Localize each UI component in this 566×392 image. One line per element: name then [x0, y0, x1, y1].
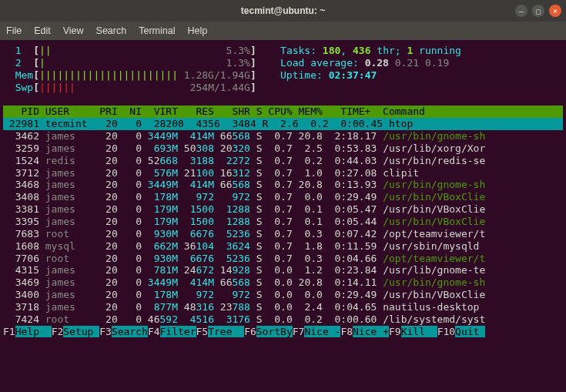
window-title: tecmint@ubuntu: ~ — [241, 5, 325, 16]
menubar: File Edit View Search Terminal Help — [0, 22, 566, 40]
process-row[interactable]: 3469 james 20 0 3449M 414M 66568 S 0.0 2… — [3, 276, 563, 289]
function-key-bar: F1Help F2Setup F3SearchF4FilterF5Tree F6… — [3, 326, 563, 338]
process-row[interactable]: 1524 redis 20 0 52668 3188 2272 S 0.7 0.… — [3, 155, 563, 167]
menu-search[interactable]: Search — [96, 25, 127, 36]
process-row[interactable]: 4315 james 20 0 781M 24672 14928 S 0.0 1… — [3, 264, 563, 276]
process-row[interactable]: 7424 root 20 0 46592 4516 3176 S 0.0 0.2… — [3, 313, 563, 326]
menu-help[interactable]: Help — [187, 25, 207, 36]
process-header[interactable]: PID USER PRI NI VIRT RES SHR S CPU% MEM%… — [3, 106, 563, 118]
process-row[interactable]: 3718 james 20 0 877M 48316 23788 S 0.0 2… — [3, 301, 563, 313]
menu-view[interactable]: View — [63, 25, 84, 36]
minimize-icon[interactable]: – — [515, 5, 527, 17]
process-row[interactable]: 3259 james 20 0 693M 50308 20320 S 0.7 2… — [3, 142, 563, 155]
process-row[interactable]: 7706 root 20 0 930M 6676 5236 S 0.7 0.3 … — [3, 253, 563, 265]
window-controls: – □ × — [515, 5, 561, 17]
menu-terminal[interactable]: Terminal — [139, 25, 175, 36]
process-row[interactable]: 3395 james 20 0 179M 1500 1288 S 0.7 0.1… — [3, 216, 563, 228]
window-titlebar: tecmint@ubuntu: ~ – □ × — [0, 0, 566, 22]
close-icon[interactable]: × — [549, 5, 561, 17]
process-row[interactable]: 1608 mysql 20 0 662M 36104 3624 S 0.7 1.… — [3, 240, 563, 253]
menu-edit[interactable]: Edit — [34, 25, 51, 36]
process-row[interactable]: 3468 james 20 0 3449M 414M 66568 S 0.7 2… — [3, 179, 563, 191]
process-row[interactable]: 7683 root 20 0 930M 6676 5236 S 0.7 0.3 … — [3, 228, 563, 240]
menu-file[interactable]: File — [6, 25, 22, 36]
maximize-icon[interactable]: □ — [532, 5, 544, 17]
process-row[interactable]: 3462 james 20 0 3449M 414M 66568 S 0.7 2… — [3, 130, 563, 142]
process-row[interactable]: 3712 james 20 0 576M 21100 16312 S 0.7 1… — [3, 167, 563, 179]
process-row-selected[interactable]: 22981 tecmint 20 0 28200 4356 3484 R 2.6… — [3, 118, 563, 130]
terminal-output: 1 [|| 5.3%] Tasks: 180, 436 thr; 1 runni… — [0, 40, 566, 338]
process-row[interactable]: 3408 james 20 0 178M 972 972 S 0.7 0.0 0… — [3, 191, 563, 203]
process-row[interactable]: 3381 james 20 0 179M 1500 1288 S 0.7 0.1… — [3, 203, 563, 216]
process-row[interactable]: 3400 james 20 0 178M 972 972 S 0.0 0.0 0… — [3, 289, 563, 301]
